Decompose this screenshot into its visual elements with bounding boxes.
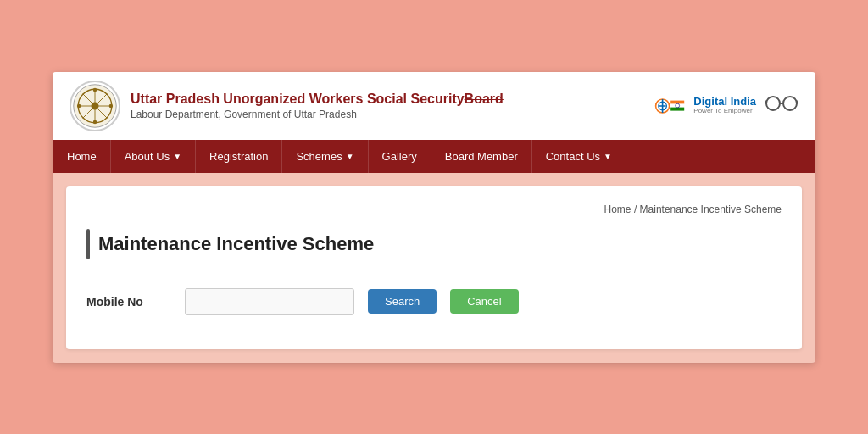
main-navbar: Home About Us ▼ Registration Schemes ▼ G…	[53, 140, 815, 173]
digital-india-badge: Digital India Power To Empower	[654, 91, 756, 121]
page-title-bar	[86, 229, 90, 259]
nav-board-member[interactable]: Board Member	[431, 140, 532, 173]
header-left: Uttar Pradesh Unorganized Workers Social…	[70, 81, 504, 131]
header-title-line1: Uttar Pradesh Unorganized Workers Social…	[131, 91, 504, 108]
svg-rect-16	[671, 103, 685, 107]
about-us-dropdown-arrow: ▼	[173, 152, 181, 161]
svg-point-20	[783, 97, 797, 110]
content-area: Home / Maintenance Incentive Scheme Main…	[66, 186, 802, 349]
breadcrumb: Home / Maintenance Incentive Scheme	[86, 203, 782, 215]
logo	[70, 81, 120, 131]
nav-registration[interactable]: Registration	[196, 140, 282, 173]
svg-point-8	[93, 120, 97, 124]
page-title: Maintenance Incentive Scheme	[98, 233, 374, 255]
breadcrumb-current: Maintenance Incentive Scheme	[640, 203, 782, 215]
site-header: Uttar Pradesh Unorganized Workers Social…	[53, 72, 815, 140]
mobile-label: Mobile No	[86, 295, 171, 309]
mobile-input[interactable]	[185, 288, 354, 315]
accessibility-icon[interactable]	[765, 94, 798, 118]
header-right: Digital India Power To Empower	[654, 91, 798, 121]
breadcrumb-separator: /	[632, 203, 640, 215]
contact-us-dropdown-arrow: ▼	[604, 152, 612, 161]
search-button[interactable]: Search	[368, 289, 437, 314]
schemes-dropdown-arrow: ▼	[346, 152, 354, 161]
main-wrapper: Uttar Pradesh Unorganized Workers Social…	[53, 72, 815, 363]
digital-india-text: Digital India Power To Empower	[693, 96, 756, 115]
svg-point-19	[766, 97, 780, 110]
breadcrumb-home[interactable]: Home	[604, 203, 632, 215]
svg-point-7	[93, 87, 97, 92]
nav-about-us[interactable]: About Us ▼	[111, 140, 196, 173]
svg-point-10	[109, 103, 114, 108]
search-form-row: Mobile No Search Cancel	[86, 280, 782, 324]
header-title: Uttar Pradesh Unorganized Workers Social…	[131, 91, 504, 120]
page-title-section: Maintenance Incentive Scheme	[86, 229, 782, 259]
nav-home[interactable]: Home	[53, 140, 111, 173]
svg-point-9	[77, 103, 81, 108]
cancel-button[interactable]: Cancel	[450, 289, 518, 314]
nav-contact-us[interactable]: Contact Us ▼	[532, 140, 626, 173]
nav-schemes[interactable]: Schemes ▼	[282, 140, 368, 173]
nav-gallery[interactable]: Gallery	[369, 140, 431, 173]
header-title-sub: Labour Department, Government of Uttar P…	[131, 108, 504, 120]
